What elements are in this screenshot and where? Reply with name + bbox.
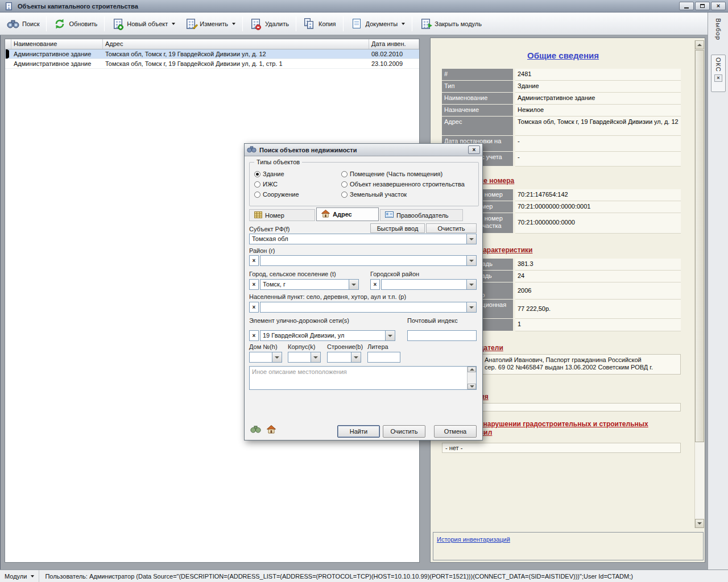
city-district-combobox[interactable] [381,279,477,290]
minimize-button[interactable] [679,2,694,10]
building-delete-icon [250,18,262,30]
column-header-name[interactable]: Наименование [11,39,103,49]
window-title: Объекты капитального строительства [18,3,679,10]
house-combobox[interactable] [249,352,282,363]
dock-tab-close-button[interactable]: × [714,74,722,82]
tab-rightholder[interactable]: Правообладатель [380,209,463,221]
close-module-button[interactable]: Закрыть модуль [415,15,486,33]
search-by-map-binoculars-button[interactable] [249,423,262,435]
combobox-value [260,256,466,265]
arrow-down-icon [275,356,279,359]
street-combobox[interactable]: 19 Гвардейской Дивизии, ул [260,330,395,341]
clear-city-district-button[interactable]: × [370,279,380,290]
dropdown-button[interactable] [466,234,476,244]
clear-district-button[interactable]: × [249,255,259,266]
table-row[interactable]: Административное здание Томская обл, Том… [5,59,419,69]
dialog-close-button[interactable]: × [468,146,480,154]
dropdown-arrow-icon [31,575,34,577]
row-selector-cell [5,59,11,68]
find-button[interactable]: Найти [337,425,380,438]
cell-address: Томская обл, Томск г, 19 Гвардейской Див… [103,59,369,68]
radio-izhs[interactable]: ИЖС [254,181,278,188]
house-icon [321,210,330,219]
clear-settlement-button[interactable]: × [249,302,259,313]
radio-construction[interactable]: Сооружение [254,191,299,198]
delete-button[interactable]: Удалить [245,15,293,33]
dropdown-button[interactable] [466,280,476,289]
korpus-combobox[interactable] [288,352,321,363]
scrollbar-up-button[interactable] [695,40,704,49]
copy-button[interactable]: Копия [299,15,341,33]
close-button[interactable]: × [711,2,726,10]
column-header-date[interactable]: Дата инвен. [369,39,419,49]
toolbar-separator [296,16,296,31]
dock-tab-oks[interactable]: ОКС × [711,55,726,92]
cancel-button[interactable]: Отмена [434,425,477,438]
tab-number[interactable]: Номер [249,209,315,221]
dropdown-button[interactable] [466,256,476,265]
details-scrollbar[interactable] [694,40,704,528]
dropdown-button[interactable] [466,302,476,312]
scrollbar-down-button[interactable] [695,519,704,528]
tab-label: Номер [265,212,284,219]
scrollbar-thumb[interactable] [695,50,704,442]
new-object-button[interactable]: Новый объект [107,15,180,33]
clear-button[interactable]: Очистить [383,425,425,438]
modules-button[interactable]: Модули [0,570,39,582]
radio-premises[interactable]: Помещение (Часть помещения) [341,171,442,177]
close-module-icon [419,18,432,30]
radio-building[interactable]: Здание [254,171,284,177]
inventory-history-link[interactable]: История инвентаризаций [437,536,510,543]
detail-value: Нежилое [515,105,681,117]
section-link-general[interactable]: Общие сведения [431,51,696,60]
radio-land-plot[interactable]: Земельный участок [341,191,407,198]
dropdown-button[interactable] [272,352,282,362]
edit-button[interactable]: Изменить [180,15,240,33]
arrow-down-icon [351,284,356,286]
tab-address[interactable]: Адрес [316,207,379,221]
dock-strip: Выбор ОКС × [708,13,728,569]
house-search-button[interactable] [265,423,278,435]
radio-unfinished[interactable]: Объект незавершенного строительства [341,181,465,188]
combobox-value: Томск, г [260,280,349,289]
maximize-button[interactable] [695,2,710,10]
rightholder-line: Анатолий Иванович, Паспорт гражданина Ро… [485,356,678,364]
quick-entry-button[interactable]: Быстрый ввод [370,223,425,233]
textarea-scrollbar[interactable] [467,367,476,389]
dropdown-button[interactable] [349,280,358,289]
clear-fields-button[interactable]: Очистить [426,223,477,233]
scroll-down-button[interactable] [468,384,476,389]
cell-date: 23.10.2009 [369,59,419,68]
arrow-up-icon [697,44,702,46]
clear-street-button[interactable]: × [249,330,259,341]
city-combobox[interactable]: Томск, г [260,279,359,290]
region-combobox[interactable]: Томская обл [249,234,477,244]
detail-row: Назначение Нежилое [431,105,696,117]
settlement-combobox[interactable] [260,302,477,313]
detail-row: # 2481 [431,69,696,81]
column-header-address[interactable]: Адрес [103,39,369,49]
district-combobox[interactable] [260,255,477,266]
postal-code-input[interactable] [407,330,477,341]
stroenie-combobox[interactable] [327,352,361,363]
search-button[interactable]: Поиск [2,15,44,33]
refresh-button[interactable]: Обновить [49,15,102,33]
row-selector-cell [5,49,11,59]
dropdown-button[interactable] [311,352,320,362]
selector-column-header [5,39,11,49]
clear-city-button[interactable]: × [249,279,259,290]
table-row[interactable]: Административное здание Томская обл, Том… [5,49,419,59]
scroll-up-button[interactable] [468,367,476,372]
dropdown-button[interactable] [385,331,395,340]
modules-label: Модули [5,573,27,580]
violations-value: - нет - [442,443,681,453]
arrow-down-icon [313,356,318,359]
dropdown-button[interactable] [351,352,361,362]
other-description-textarea[interactable]: Иное описание местоположения [249,366,477,390]
litera-input[interactable] [367,352,400,363]
button-label: Закрыть модуль [435,20,482,27]
detail-label: Наименование [442,93,513,104]
dock-tab-vybor[interactable]: Выбор [711,16,726,51]
documents-button[interactable]: Документы [346,15,410,33]
button-label: Изменить [200,20,228,27]
